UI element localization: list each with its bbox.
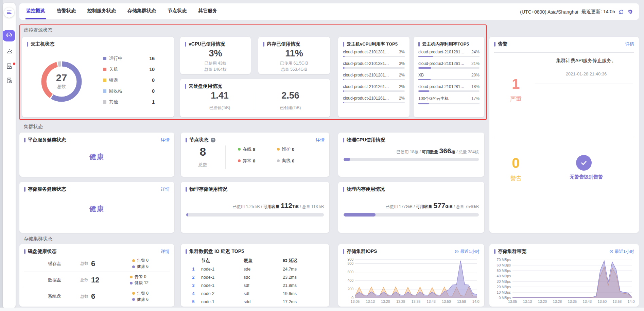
card-title-text: 平台服务健康状态 [28,137,66,143]
tab-6[interactable]: 其它服务 [197,7,218,19]
x-tick-label: 13:50 [598,299,607,304]
x-tick-label: 13:05 [508,299,517,304]
io-table-row: 1node-1sde24.7ms [186,265,325,273]
top5-bar-fill [343,56,345,57]
horizontal-scrollbar-track[interactable] [0,308,644,311]
top5-bar-track [418,67,480,69]
memory-total: 总量 553.4GiB [258,67,330,72]
sidebar-item-report-history[interactable] [6,77,13,85]
disk-total-value: 6 [91,292,95,301]
cpu-used: 已使用 18核 / [397,150,422,154]
node-item-label: 维护 [282,146,291,152]
node-status-item-维护: 维护0 [277,146,316,152]
tab-4[interactable]: 存储集群状态 [127,7,157,19]
disk-type-label: 数据盘 [48,277,80,283]
node-status-item-在线: 在线8 [238,146,277,152]
iops-range-selector[interactable]: 最近1小时 [455,249,480,255]
node-item-label: 在线 [243,146,251,152]
alerts-detail-link[interactable]: 详情 [625,41,634,47]
gear-icon[interactable] [627,9,633,15]
disk-total-label: 总数 [80,261,88,266]
cpu-progress-bar [344,158,479,161]
io-row-cell: 23.2ms [283,275,317,280]
card-host-status: 云主机状态 27 总数 运行中16关机10错误0回收站0其他1 [22,37,174,117]
alert-timestamp: 2021-01-28 21:40:36 [540,71,632,76]
sidebar-item-alarm[interactable] [6,49,13,56]
platform-health-detail-link[interactable]: 详情 [161,137,170,143]
physmem-avail-value: 577 [433,202,445,209]
io-table-row: 5node-1sdd17.2ms [186,298,325,306]
storage-total: / 总量 113TiB [299,204,324,209]
sidebar-item-monitor-overview[interactable] [3,30,15,41]
tab-5[interactable]: 节点状态 [167,7,187,19]
disk-created-value: 2.56 [256,90,325,101]
platform-health-status: 健康 [19,152,174,161]
io-row-cell: node-1 [201,283,244,288]
disk-total-label: 总数 [80,277,88,283]
top5-bar-fill [418,56,433,57]
storage-health-detail-link[interactable]: 详情 [161,186,170,192]
top5-percent: 2% [399,96,405,101]
help-icon[interactable]: ? [211,138,215,142]
cpu-stat-line: 已使用 18核 / 可用数量 366核 / 总量 384核 [397,147,479,155]
card-title-text: 存储服务健康状态 [28,186,66,192]
legend-swatch [103,68,106,71]
top5-row-line: cloud-product-2101261…2% [343,84,405,89]
disk-health-detail-link[interactable]: 详情 [161,248,170,255]
divider [255,92,255,111]
range-label-text: 最近1小时 [615,249,634,255]
card-memory-top5: 云主机内存利用率TOP5 cloud-product-2101281…24%cl… [414,37,484,117]
bandwidth-range-selector[interactable]: 最近1小时 [609,249,634,255]
disk-row-legend: 告警 0健康 6 [132,290,149,303]
disk-legend-item: 健康 6 [132,264,149,270]
node-item-label: 异常 [243,158,251,164]
top5-bar-fill [418,103,429,104]
io-row-cell: sdf [244,291,283,296]
disk-health-rows: 缓存盘总数6告警 0健康 6数据盘总数12告警 0健康 12系统盘总数6告警 0… [24,256,170,305]
tab-1[interactable]: 监控概览 [25,7,46,19]
x-tick-label: 13:05 [351,299,360,304]
legend-value: 0 [152,77,164,83]
hamburger-icon [7,10,12,16]
tab-3[interactable]: 控制服务状态 [87,7,117,19]
alert-message[interactable]: 集群计费API服务停止服务。 [540,58,632,64]
title-marker [343,187,344,192]
node-status-detail-link[interactable]: 详情 [316,137,325,143]
status-dot [130,282,133,284]
top5-bar-fill [343,102,344,103]
card-title-text: 物理内存使用情况 [347,186,385,192]
section-label-cluster: 集群状态 [24,124,43,130]
sidebar-item-report-search[interactable] [6,63,13,71]
x-tick-label: 13:43 [427,299,436,304]
top5-row: XB20% [418,73,480,80]
disk-mounted-label: 已挂载(TiB) [185,105,255,111]
title-marker [27,42,28,47]
top5-row: cloud-product-2101261…21% [418,61,480,69]
warning-count: 0 [499,155,533,171]
title-marker [263,42,264,47]
disk-row-legend: 告警 0健康 12 [130,274,149,286]
legend-swatch [103,57,106,60]
title-marker [494,249,495,254]
io-row-cell: node-1 [201,299,244,304]
top5-bar-track [343,56,405,57]
storage-used: 已使用 1.25TiB / [232,204,263,209]
status-dot [277,159,280,162]
x-tick-label: 13:13 [366,299,375,304]
card-physical-storage: 物理存储使用情况 已使用 1.25TiB / 可用容量 112TiB / 总量 … [181,182,329,233]
top5-name: cloud-product-2101261… [343,96,389,101]
node-item-value: 0 [292,147,294,152]
disk-row-系统盘: 系统盘总数6告警 0健康 6 [24,288,170,305]
top5-bar-track [343,102,405,103]
card-cloud-disk-usage: 云硬盘使用情况 1.41 已挂载(TiB) 2.56 已创建(TiB) [180,79,330,117]
memory-stat-line: 已使用 177GiB / 可用容量 577GiB / 总量 754GiB [386,202,479,210]
card-physical-memory: 物理内存使用情况 已使用 177GiB / 可用容量 577GiB / 总量 7… [338,182,484,233]
top5-row: cloud-product-2101281…3% [343,50,405,57]
refresh-icon[interactable] [619,9,624,15]
io-header-col: 硬盘 [244,258,283,264]
y-tick-label: 30 MBps [497,279,511,283]
collapse-menu-button[interactable] [4,7,14,18]
tab-2[interactable]: 告警状态 [56,7,76,19]
card-io-latency-top5: 集群数据盘 IO 延迟 TOP5 节点硬盘IO 延迟1node-1sde24.7… [181,244,329,307]
top5-name: XB [418,73,424,77]
